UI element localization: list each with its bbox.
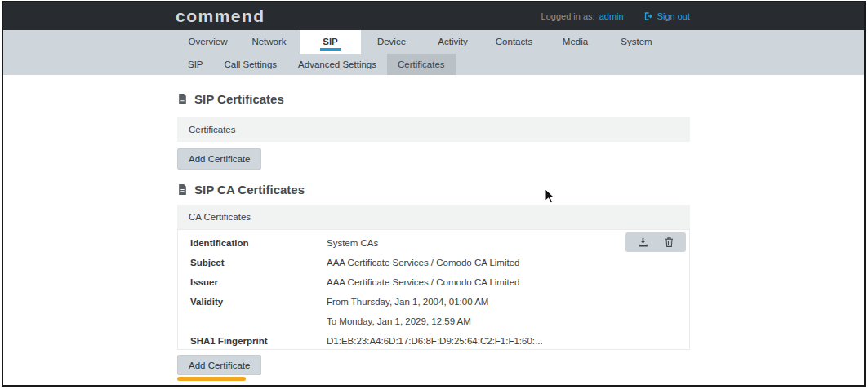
tab-label: Activity bbox=[438, 37, 467, 46]
cert-row-validity-to: To Monday, Jan 1, 2029, 12:59 AM bbox=[178, 312, 689, 331]
tab-label: Device bbox=[377, 37, 406, 46]
sign-out-label: Sign out bbox=[657, 11, 690, 21]
subtab-call-settings[interactable]: Call Settings bbox=[214, 54, 288, 75]
tabs-row: Overview Network SIP Device Activity Con… bbox=[177, 30, 690, 54]
delete-certificate-button[interactable] bbox=[660, 233, 678, 251]
cert-field-value: To Monday, Jan 1, 2029, 12:59 AM bbox=[327, 312, 689, 331]
tab-label: System bbox=[621, 37, 652, 46]
cert-row-issuer: Issuer AAA Certificate Services / Comodo… bbox=[178, 272, 689, 292]
commend-logo: commend bbox=[176, 7, 265, 26]
tab-label: Network bbox=[251, 37, 286, 46]
tab-sip[interactable]: SIP bbox=[300, 30, 361, 54]
ca-certificate-card: Identification System CAs Subject AAA Ce… bbox=[177, 229, 690, 350]
tab-contacts[interactable]: Contacts bbox=[483, 30, 545, 54]
tab-overview[interactable]: Overview bbox=[177, 30, 238, 54]
add-certificate-button[interactable]: Add Certificate bbox=[177, 148, 261, 170]
main-navigation: Overview Network SIP Device Activity Con… bbox=[3, 30, 864, 75]
trash-icon bbox=[664, 236, 674, 248]
subtabs-row: SIP Call Settings Advanced Settings Cert… bbox=[177, 54, 690, 75]
cert-field-value: AAA Certificate Services / Comodo CA Lim… bbox=[327, 272, 689, 292]
tab-label: Overview bbox=[189, 37, 228, 46]
tab-label: Contacts bbox=[496, 37, 532, 46]
sip-certificates-title: SIP Certificates bbox=[177, 92, 690, 106]
main-content: SIP Certificates Certificates Add Certif… bbox=[3, 92, 864, 381]
cert-row-sha1: SHA1 Fingerprint D1:EB:23:A4:6D:17:D6:8F… bbox=[178, 331, 689, 351]
certificate-actions bbox=[625, 232, 686, 252]
cert-field-label: Issuer bbox=[190, 272, 327, 292]
sip-ca-certificates-title: SIP CA Certificates bbox=[177, 183, 690, 197]
download-certificate-button[interactable] bbox=[634, 233, 652, 251]
tab-label: SIP bbox=[323, 37, 338, 46]
add-ca-certificate-button[interactable]: Add Certificate bbox=[177, 355, 261, 375]
document-icon bbox=[177, 183, 188, 196]
cert-row-subject: Subject AAA Certificate Services / Comod… bbox=[178, 253, 689, 272]
subtab-sip[interactable]: SIP bbox=[177, 54, 214, 75]
tab-device[interactable]: Device bbox=[361, 30, 422, 54]
subtab-certificates[interactable]: Certificates bbox=[387, 54, 456, 75]
tab-activity[interactable]: Activity bbox=[422, 30, 483, 54]
tab-media[interactable]: Media bbox=[545, 30, 606, 54]
sign-out-button[interactable]: Sign out bbox=[643, 11, 690, 21]
active-tab-underline bbox=[320, 48, 341, 51]
highlight-underline bbox=[177, 377, 246, 381]
cert-field-value: AAA Certificate Services / Comodo CA Lim… bbox=[327, 253, 689, 272]
subtab-advanced-settings[interactable]: Advanced Settings bbox=[287, 54, 387, 75]
download-icon bbox=[637, 236, 649, 249]
cert-row-validity-from: Validity From Thursday, Jan 1, 2004, 01:… bbox=[178, 292, 689, 312]
tab-label: Media bbox=[563, 37, 588, 46]
tab-network[interactable]: Network bbox=[238, 30, 300, 54]
browser-viewport: commend Logged in as: admin Sign out Ove… bbox=[2, 1, 866, 387]
cert-field-value: From Thursday, Jan 1, 2004, 01:00 AM bbox=[327, 292, 689, 312]
section-title-text: SIP CA Certificates bbox=[194, 183, 305, 197]
section-title-text: SIP Certificates bbox=[194, 92, 284, 106]
document-icon bbox=[177, 93, 188, 105]
tab-system[interactable]: System bbox=[606, 30, 667, 54]
cert-row-identification: Identification System CAs bbox=[178, 233, 689, 253]
cert-field-label: Validity bbox=[190, 292, 327, 312]
cert-field-label: Identification bbox=[190, 233, 327, 253]
certificates-list-header: Certificates bbox=[177, 117, 690, 142]
cert-field-label: Subject bbox=[190, 253, 327, 272]
login-info: Logged in as: admin Sign out bbox=[541, 11, 690, 21]
ca-certificates-list-header: CA Certificates bbox=[177, 205, 690, 229]
app-header: commend Logged in as: admin Sign out bbox=[3, 2, 864, 30]
cert-field-value: D1:EB:23:A4:6D:17:D6:8F:D9:25:64:C2:F1:F… bbox=[327, 331, 689, 351]
cert-field-label: SHA1 Fingerprint bbox=[190, 331, 327, 351]
logged-in-label: Logged in as: bbox=[541, 11, 595, 21]
username-link[interactable]: admin bbox=[599, 11, 624, 21]
sign-out-icon bbox=[643, 11, 653, 21]
cert-field-label bbox=[190, 312, 327, 331]
